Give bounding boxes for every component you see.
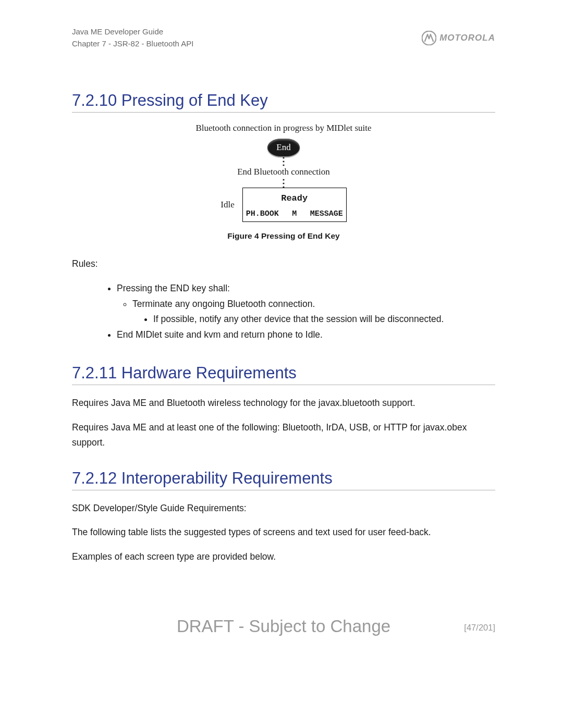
section-heading-7210: 7.2.10 Pressing of End Key: [72, 91, 495, 113]
figure-mid-text: End Bluetooth connection: [72, 167, 495, 177]
phone-screen-box: Ready PH.BOOK M MESSAGE: [242, 188, 347, 222]
motorola-logo: MOTOROLA: [422, 31, 495, 45]
vertical-dots-icon: ⋮: [72, 180, 495, 186]
doc-title: Java ME Developer Guide: [72, 26, 193, 38]
motorola-icon: [422, 31, 436, 45]
paragraph: Examples of each screen type are provide…: [72, 549, 495, 564]
end-button-graphic: End: [267, 139, 300, 156]
page-footer: DRAFT - Subject to Change [47/201]: [72, 616, 495, 636]
rules-label: Rules:: [72, 256, 495, 272]
logo-text: MOTOROLA: [439, 33, 495, 43]
idle-label: Idle: [221, 200, 234, 210]
bullet-text: Terminate any ongoing Bluetooth connecti…: [132, 299, 315, 309]
bullet-text: Pressing the END key shall:: [117, 283, 230, 293]
list-item: End MIDlet suite and kvm and return phon…: [117, 327, 495, 343]
screen-row2: PH.BOOK M MESSAGE: [243, 207, 346, 221]
page-number: [47/201]: [464, 623, 495, 633]
list-item: If possible, notify any other device tha…: [153, 312, 495, 327]
header-left: Java ME Developer Guide Chapter 7 - JSR-…: [72, 26, 193, 50]
screen-row1: Ready: [243, 188, 346, 207]
paragraph: Requires Java ME and Bluetooth wireless …: [72, 396, 495, 411]
draft-watermark: DRAFT - Subject to Change: [177, 616, 390, 636]
list-item: Pressing the END key shall: Terminate an…: [117, 281, 495, 327]
screen-message: MESSAGE: [310, 209, 343, 218]
figure-caption: Figure 4 Pressing of End Key: [72, 231, 495, 241]
paragraph: Requires Java ME and at least one of the…: [72, 420, 495, 450]
rules-list: Pressing the END key shall: Terminate an…: [72, 281, 495, 343]
screen-m: M: [292, 209, 297, 218]
paragraph: SDK Developer/Style Guide Requirements:: [72, 501, 495, 516]
section-heading-7211: 7.2.11 Hardware Requirements: [72, 364, 495, 385]
page-header: Java ME Developer Guide Chapter 7 - JSR-…: [72, 26, 495, 50]
list-item: Terminate any ongoing Bluetooth connecti…: [132, 297, 495, 328]
bullet-text: End MIDlet suite and kvm and return phon…: [117, 329, 323, 340]
bullet-text: If possible, notify any other device tha…: [153, 314, 444, 324]
figure-4: Bluetooth connection in progress by MIDl…: [72, 123, 495, 241]
figure-top-text: Bluetooth connection in progress by MIDl…: [72, 123, 495, 133]
chapter-title: Chapter 7 - JSR-82 - Bluetooth API: [72, 38, 193, 50]
paragraph: The following table lists the suggested …: [72, 525, 495, 540]
screen-phbook: PH.BOOK: [246, 209, 279, 218]
vertical-dots-icon: ⋮: [72, 158, 495, 164]
section-heading-7212: 7.2.12 Interoperability Requirements: [72, 469, 495, 490]
